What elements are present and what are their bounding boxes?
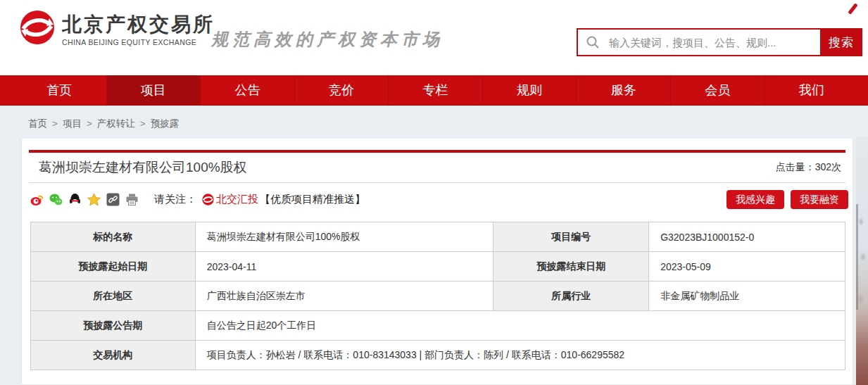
print-icon[interactable] xyxy=(125,193,139,206)
financing-button[interactable]: 我要融资 xyxy=(791,190,848,209)
hit-counter: 点击量：302次 xyxy=(776,161,841,174)
weibo-icon[interactable] xyxy=(30,193,44,206)
field-value: 项目负责人：孙松岩 / 联系电话：010-83143033 | 部门负责人：陈列… xyxy=(195,341,845,370)
field-value: 自公告之日起20个工作日 xyxy=(195,311,845,341)
breadcrumb-separator: > xyxy=(140,118,146,129)
table-row: 交易机构 项目负责人：孙松岩 / 联系电话：010-83143033 | 部门负… xyxy=(31,341,845,370)
field-label: 标的名称 xyxy=(31,222,196,252)
field-value: 广西壮族自治区崇左市 xyxy=(195,282,493,311)
nav-item-projects[interactable]: 项目 xyxy=(106,75,201,105)
nav-item-rules[interactable]: 规则 xyxy=(482,75,577,105)
nav-item-home[interactable]: 首页 xyxy=(13,75,106,105)
background-photo-strip xyxy=(856,137,868,385)
action-buttons: 我感兴趣 我要融资 xyxy=(727,190,848,209)
project-detail-table: 标的名称 葛洲坝崇左建材有限公司100%股权 项目编号 G32023BJ1000… xyxy=(30,222,845,370)
project-detail-card: 葛洲坝崇左建材有限公司100%股权 点击量：302次 xyxy=(21,139,853,385)
follow-account-link[interactable]: 北交汇投 xyxy=(216,193,258,206)
field-label: 预披露公告期 xyxy=(31,311,196,341)
breadcrumb-pre-disclosure: 预披露 xyxy=(151,118,180,129)
search-button[interactable]: 搜索 xyxy=(820,28,862,56)
field-value: 非金属矿物制品业 xyxy=(649,282,845,311)
nav-item-services[interactable]: 服务 xyxy=(576,75,670,105)
nav-item-members[interactable]: 会员 xyxy=(670,75,765,105)
breadcrumb-separator: > xyxy=(52,118,58,129)
bjee-logo-icon xyxy=(20,10,55,45)
site-header: 北京产权交易所 CHINA BEIJING EQUITY EXCHANGE 规范… xyxy=(0,0,868,75)
bjee-mini-logo-icon xyxy=(202,194,214,206)
field-label: 预披露起始日期 xyxy=(31,252,196,282)
background-photo-edge xyxy=(856,204,858,310)
nav-item-about[interactable]: 我们 xyxy=(765,75,859,105)
copy-link-icon[interactable] xyxy=(106,193,120,206)
nav-item-announcements[interactable]: 公告 xyxy=(200,75,294,105)
table-row: 预披露起始日期 2023-04-11 预披露结束日期 2023-05-09 xyxy=(31,252,845,282)
wechat-icon[interactable] xyxy=(49,193,63,206)
table-row: 预披露公告期 自公告之日起20个工作日 xyxy=(31,311,845,341)
qq-icon[interactable] xyxy=(68,193,82,206)
field-label: 交易机构 xyxy=(31,341,196,370)
hit-counter-label: 点击量： xyxy=(776,161,815,172)
main-nav: 首页 项目 公告 竞价 专栏 规则 服务 会员 我们 xyxy=(0,75,868,106)
hit-counter-value: 302次 xyxy=(815,161,841,172)
breadcrumb: 首页>项目>产权转让>预披露 xyxy=(0,106,868,139)
site-search: 搜索 xyxy=(577,28,862,56)
table-row: 所在地区 广西壮族自治区崇左市 所属行业 非金属矿物制品业 xyxy=(31,282,845,311)
follow-note: 【优质项目精准推送】 xyxy=(260,193,365,206)
brand-block: 北京产权交易所 CHINA BEIJING EQUITY EXCHANGE xyxy=(20,10,215,46)
qzone-star-icon[interactable] xyxy=(87,193,101,206)
follow-banner: 请关注： 北交汇投 【优质项目精准推送】 xyxy=(154,193,365,206)
nav-item-bidding[interactable]: 竞价 xyxy=(294,75,389,105)
breadcrumb-projects[interactable]: 项目 xyxy=(63,118,82,129)
table-row: 标的名称 葛洲坝崇左建材有限公司100%股权 项目编号 G32023BJ1000… xyxy=(31,222,845,252)
field-label: 所属行业 xyxy=(493,282,649,311)
share-row: 请关注： 北交汇投 【优质项目精准推送】 我感兴趣 我要融资 xyxy=(22,183,853,215)
brand-name-cn: 北京产权交易所 xyxy=(62,14,215,36)
breadcrumb-home[interactable]: 首页 xyxy=(28,118,47,129)
field-label: 所在地区 xyxy=(31,282,196,311)
field-value: 2023-05-09 xyxy=(649,252,845,282)
brand-name-en: CHINA BEIJING EQUITY EXCHANGE xyxy=(62,38,215,46)
interested-button[interactable]: 我感兴趣 xyxy=(727,190,784,209)
field-value: G32023BJ1000152-0 xyxy=(649,222,845,252)
field-value: 2023-04-11 xyxy=(195,252,493,282)
field-label: 项目编号 xyxy=(493,222,649,252)
breadcrumb-equity-transfer[interactable]: 产权转让 xyxy=(97,118,135,129)
brand-slogan: 规范高效的产权资本市场 xyxy=(211,28,444,51)
nav-item-columns[interactable]: 专栏 xyxy=(388,75,482,105)
search-input[interactable] xyxy=(577,28,820,56)
field-label: 预披露结束日期 xyxy=(493,252,649,282)
page-title: 葛洲坝崇左建材有限公司100%股权 xyxy=(39,158,247,177)
breadcrumb-separator: > xyxy=(87,118,92,129)
field-value: 葛洲坝崇左建材有限公司100%股权 xyxy=(195,222,493,252)
search-icon xyxy=(586,35,600,49)
follow-prefix: 请关注： xyxy=(154,193,196,206)
